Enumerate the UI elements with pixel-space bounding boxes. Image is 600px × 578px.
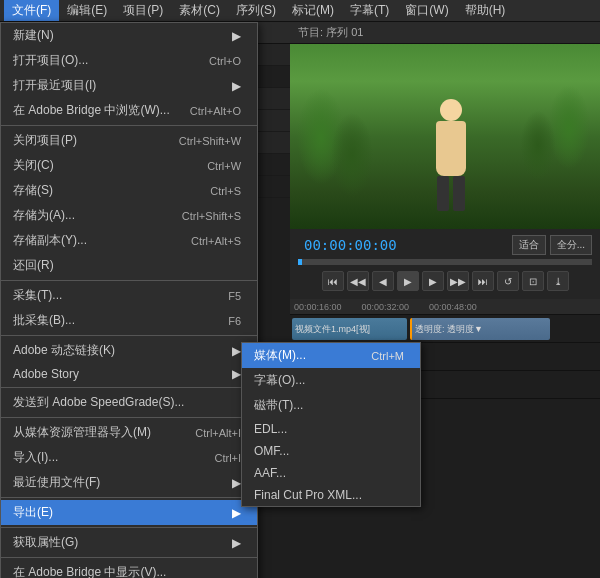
btn-next-frame[interactable]: ▶ — [422, 271, 444, 291]
submenu-arrow-2: ▶ — [232, 79, 241, 93]
menu-project[interactable]: 项目(P) — [115, 0, 171, 21]
submenu-arrow-3: ▶ — [232, 344, 241, 358]
menu-bar: 文件(F) 编辑(E) 项目(P) 素材(C) 序列(S) 标记(M) 字幕(T… — [0, 0, 600, 22]
menu-revert[interactable]: 还回(R) — [1, 253, 257, 278]
full-button[interactable]: 全分... — [550, 235, 592, 255]
menu-save-copy[interactable]: 存储副本(Y)... Ctrl+Alt+S — [1, 228, 257, 253]
menu-speedgrade[interactable]: 发送到 Adobe SpeedGrade(S)... — [1, 390, 257, 415]
menu-bridge-browse[interactable]: 在 Adobe Bridge 中浏览(W)... Ctrl+Alt+O — [1, 98, 257, 123]
export-edl[interactable]: EDL... — [242, 418, 420, 440]
menu-close[interactable]: 关闭(C) Ctrl+W — [1, 153, 257, 178]
menu-close-project[interactable]: 关闭项目(P) Ctrl+Shift+W — [1, 128, 257, 153]
btn-step-fwd[interactable]: ▶▶ — [447, 271, 469, 291]
timeline-ruler-right: 00:00:16:00 00:00:32:00 00:00:48:00 — [290, 299, 600, 315]
export-media[interactable]: 媒体(M)... Ctrl+M — [242, 343, 420, 368]
menu-batch-capture[interactable]: 批采集(B)... F6 — [1, 308, 257, 333]
submenu-arrow-4: ▶ — [232, 367, 241, 381]
export-submenu: 媒体(M)... Ctrl+M 字幕(O)... 磁带(T)... EDL...… — [241, 342, 421, 507]
menu-open[interactable]: 打开项目(O)... Ctrl+O — [1, 48, 257, 73]
sep2 — [1, 280, 257, 281]
menu-save-as[interactable]: 存储为(A)... Ctrl+Shift+S — [1, 203, 257, 228]
right-video-track: 视频文件1.mp4[视] 透明度: 透明度▼ — [290, 315, 600, 343]
menu-export[interactable]: 导出(E) ▶ — [1, 500, 257, 525]
btn-export[interactable]: ⤓ — [547, 271, 569, 291]
sep4 — [1, 387, 257, 388]
monitor-header: 节目: 序列 01 — [290, 22, 600, 44]
sep6 — [1, 497, 257, 498]
menu-import[interactable]: 导入(I)... Ctrl+I — [1, 445, 257, 470]
menu-dynamic-link[interactable]: Adobe 动态链接(K) ▶ — [1, 338, 257, 363]
btn-prev-frame[interactable]: ◀ — [372, 271, 394, 291]
sep3 — [1, 335, 257, 336]
right-clip-transparency: 透明度: 透明度▼ — [410, 318, 550, 340]
export-fcpxml[interactable]: Final Cut Pro XML... — [242, 484, 420, 506]
btn-step-fwd-many[interactable]: ⏭ — [472, 271, 494, 291]
btn-safe[interactable]: ⊡ — [522, 271, 544, 291]
menu-capture[interactable]: 采集(T)... F5 — [1, 283, 257, 308]
sep1 — [1, 125, 257, 126]
btn-step-back[interactable]: ◀◀ — [347, 271, 369, 291]
menu-marker[interactable]: 标记(M) — [284, 0, 342, 21]
sep5 — [1, 417, 257, 418]
menu-edit[interactable]: 编辑(E) — [59, 0, 115, 21]
video-preview — [290, 44, 600, 229]
fit-button[interactable]: 适合 — [512, 235, 546, 255]
menu-file[interactable]: 文件(F) — [4, 0, 59, 21]
sep8 — [1, 557, 257, 558]
menu-show-bridge[interactable]: 在 Adobe Bridge 中显示(V)... — [1, 560, 257, 578]
submenu-arrow: ▶ — [232, 29, 241, 43]
monitor-title: 节目: 序列 01 — [298, 25, 363, 40]
btn-loop[interactable]: ↺ — [497, 271, 519, 291]
export-caption[interactable]: 字幕(O)... — [242, 368, 420, 393]
person-leg-left — [437, 176, 449, 211]
monitor-controls: 00:00:00:00 适合 全分... ⏮ ◀◀ ◀ ▶ ▶ ▶▶ ⏭ ↺ ⊡… — [290, 229, 600, 299]
export-omf[interactable]: OMF... — [242, 440, 420, 462]
menu-recent-project[interactable]: 打开最近项目(I) ▶ — [1, 73, 257, 98]
playback-controls: ⏮ ◀◀ ◀ ▶ ▶ ▶▶ ⏭ ↺ ⊡ ⤓ — [294, 267, 596, 295]
scrubber-head — [298, 259, 302, 265]
menu-help[interactable]: 帮助(H) — [457, 0, 514, 21]
sep7 — [1, 527, 257, 528]
person-body — [436, 121, 466, 176]
menu-title[interactable]: 字幕(T) — [342, 0, 397, 21]
export-tape[interactable]: 磁带(T)... — [242, 393, 420, 418]
menu-new[interactable]: 新建(N) ▶ — [1, 23, 257, 48]
monitor-scrubber[interactable] — [298, 259, 592, 265]
menu-window[interactable]: 窗口(W) — [397, 0, 456, 21]
timecode-display: 00:00:00:00 — [298, 235, 403, 255]
file-dropdown: 新建(N) ▶ 打开项目(O)... Ctrl+O 打开最近项目(I) ▶ 在 … — [0, 22, 258, 578]
menu-save[interactable]: 存储(S) Ctrl+S — [1, 178, 257, 203]
submenu-arrow-6: ▶ — [232, 506, 241, 520]
submenu-arrow-7: ▶ — [232, 536, 241, 550]
person-leg-right — [453, 176, 465, 211]
export-aaf[interactable]: AAF... — [242, 462, 420, 484]
person-figure — [426, 99, 476, 219]
submenu-arrow-5: ▶ — [232, 476, 241, 490]
right-clip-video: 视频文件1.mp4[视] — [292, 318, 407, 340]
menu-recent-files[interactable]: 最近使用文件(F) ▶ — [1, 470, 257, 495]
menu-clip[interactable]: 素材(C) — [171, 0, 228, 21]
menu-sequence[interactable]: 序列(S) — [228, 0, 284, 21]
person-head — [440, 99, 462, 121]
btn-play-stop[interactable]: ▶ — [397, 271, 419, 291]
btn-step-back-many[interactable]: ⏮ — [322, 271, 344, 291]
menu-import-media[interactable]: 从媒体资源管理器导入(M) Ctrl+Alt+I — [1, 420, 257, 445]
person-legs — [437, 176, 465, 211]
menu-get-props[interactable]: 获取属性(G) ▶ — [1, 530, 257, 555]
menu-story[interactable]: Adobe Story ▶ — [1, 363, 257, 385]
